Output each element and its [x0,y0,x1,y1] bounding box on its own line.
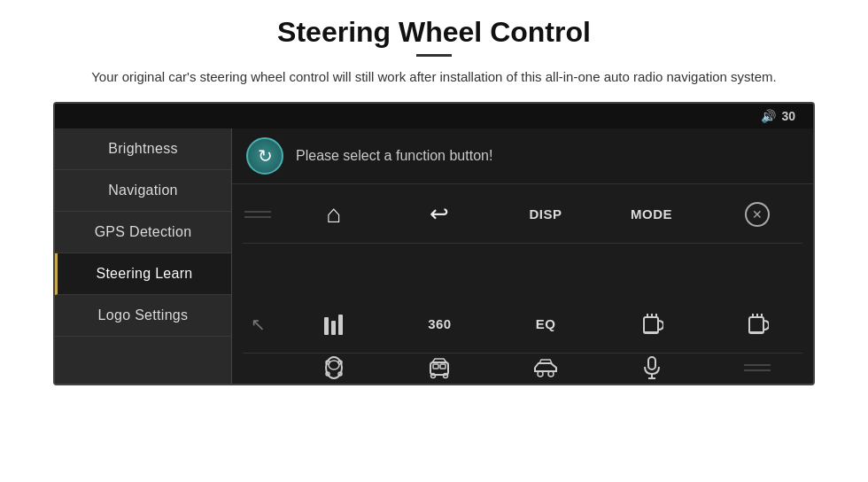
page-title: Steering Wheel Control [277,16,591,49]
function-prompt: Please select a function button! [296,148,492,164]
sidebar-item-brightness[interactable]: Brightness [55,128,231,170]
row-separator-2 [243,353,802,354]
svg-rect-1 [331,321,336,335]
volume-value: 30 [781,109,795,123]
disp-button[interactable]: DISP [493,188,598,241]
back-button[interactable]: ↩ [388,188,492,241]
cup-icon-1 [640,312,663,337]
svg-point-14 [329,361,339,369]
no-phone-icon [745,202,770,227]
svg-rect-2 [338,315,343,335]
cup-button-2[interactable] [705,298,810,351]
button-grid: ⌂ ↩ DISP MODE [232,184,813,384]
car-front-icon [427,355,452,380]
back-icon: ↩ [430,200,449,228]
car-side-icon [533,355,558,380]
row-separator-1 [243,243,802,244]
sidebar-item-gps-detection[interactable]: GPS Detection [55,212,231,253]
main-content: Brightness Navigation GPS Detection Stee… [55,128,813,384]
sidebar-item-steering-learn[interactable]: Steering Learn [55,253,231,295]
cup-button-1[interactable] [600,298,704,351]
top-bar: 🔊 30 [55,104,813,128]
no-call-button[interactable] [705,188,810,241]
eq-label: EQ [536,316,556,331]
row3-end [705,355,810,380]
cursor-area: ↖ [236,298,280,351]
eq-button[interactable]: EQ [493,298,598,351]
page-wrapper: Steering Wheel Control Your original car… [0,0,868,482]
volume-icon: 🔊 [761,109,776,123]
function-header: ↻ Please select a function button! [232,128,813,184]
svg-rect-21 [440,364,446,369]
sidebar: Brightness Navigation GPS Detection Stee… [55,128,232,384]
row1-label [236,188,280,241]
svg-rect-26 [648,357,655,369]
360-label: 360 [428,316,452,331]
sidebar-item-navigation[interactable]: Navigation [55,170,231,212]
mode-label: MODE [631,206,672,222]
refresh-icon: ↻ [258,145,273,167]
car-top-button[interactable] [282,355,386,380]
mic-button[interactable] [600,355,704,380]
svg-rect-4 [644,331,658,333]
360-button[interactable]: 360 [388,298,492,351]
car-right-button[interactable] [493,355,598,380]
disp-label: DISP [529,206,562,222]
page-subtitle: Your original car's steering wheel contr… [91,67,777,88]
eq-bars-button[interactable] [282,298,386,351]
cursor-icon: ↖ [251,314,266,335]
svg-rect-3 [644,317,658,333]
title-divider [416,54,452,57]
car-top-icon [322,355,346,380]
svg-rect-0 [324,317,329,335]
car-left-button[interactable] [388,355,492,380]
mode-button[interactable]: MODE [600,188,704,241]
right-panel: ↻ Please select a function button! [232,128,813,384]
device-ui: 🔊 30 Brightness Navigation GPS Detection… [53,102,815,385]
mic-icon [642,355,662,380]
refresh-button[interactable]: ↻ [246,137,283,175]
home-button[interactable]: ⌂ [282,188,386,241]
cup-icon-2 [746,312,769,337]
house-icon: ⌂ [326,200,341,229]
row3-placeholder [236,355,280,380]
svg-rect-20 [433,364,438,369]
svg-rect-8 [749,317,763,333]
eq-bars-icon [322,312,345,337]
svg-rect-9 [749,331,763,333]
sidebar-item-logo-settings[interactable]: Logo Settings [55,295,231,337]
